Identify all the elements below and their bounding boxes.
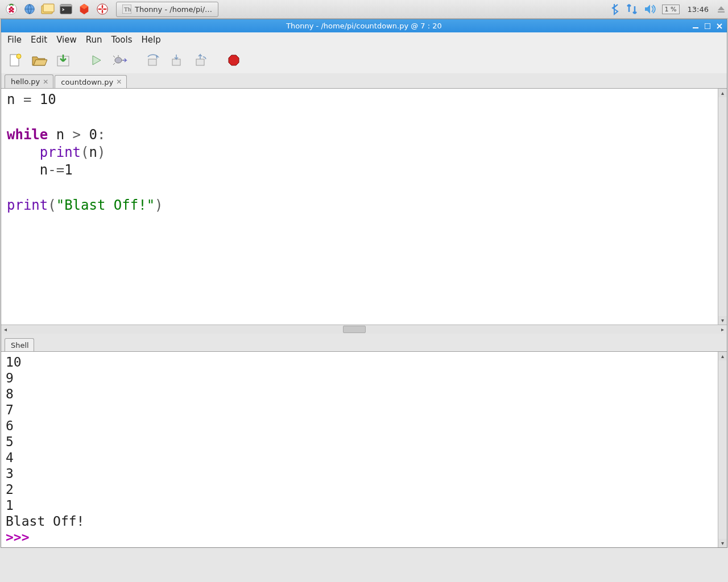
window-maximize-icon[interactable] [703,22,712,30]
window-close-icon[interactable] [715,22,723,30]
save-button[interactable] [55,52,72,69]
menu-file[interactable]: File [3,34,26,46]
shell-tab-label: Shell [11,341,29,350]
close-tab-icon[interactable]: ✕ [116,78,122,86]
tab-label: countdown.py [61,78,113,86]
shell-tab-bar: Shell [1,337,727,351]
svg-rect-26 [196,59,204,65]
wolfram-icon[interactable] [93,1,111,17]
eject-icon[interactable] [717,5,726,14]
svg-point-5 [9,11,11,13]
svg-point-0 [6,4,16,14]
cpu-usage[interactable]: 1 % [662,5,680,14]
open-file-button[interactable] [31,52,48,69]
menu-run[interactable]: Run [82,34,106,46]
new-file-button[interactable] [7,52,24,69]
scroll-down-icon[interactable]: ▾ [718,539,727,547]
svg-marker-27 [229,55,239,65]
svg-rect-24 [148,59,156,65]
window-minimize-icon[interactable] [691,22,700,30]
menu-edit[interactable]: Edit [27,34,51,46]
taskbar-app-thonny[interactable]: Th Thonny - /home/pi/… [116,2,218,17]
editor-horizontal-scrollbar[interactable]: ◂ ▸ [1,325,727,334]
tab-label: hello.py [11,77,40,86]
toolbar [1,47,727,73]
svg-rect-11 [60,5,72,7]
terminal-icon[interactable] [57,1,75,17]
menu-bar: FileEditViewRunToolsHelp [1,32,727,47]
shell-vertical-scrollbar[interactable]: ▴ ▾ [718,352,727,547]
close-tab-icon[interactable]: ✕ [43,78,48,86]
mathematica-icon[interactable] [75,1,93,17]
network-icon[interactable] [626,3,638,15]
svg-point-3 [10,6,13,9]
svg-rect-9 [43,4,54,12]
step-into-button[interactable] [168,52,185,69]
svg-point-21 [16,54,21,59]
volume-icon[interactable] [644,3,656,15]
shell-output[interactable]: 10987654321Blast Off!>>> [1,352,718,547]
scroll-down-icon[interactable]: ▾ [718,316,727,325]
scroll-up-icon[interactable]: ▴ [718,352,727,360]
bluetooth-icon[interactable] [610,3,620,15]
svg-point-23 [115,57,122,63]
stop-button[interactable] [225,52,242,69]
svg-rect-18 [693,27,698,28]
shell-tab[interactable]: Shell [5,338,34,352]
scroll-up-icon[interactable]: ▴ [718,89,727,97]
os-taskbar: Th Thonny - /home/pi/… 1 % 13:46 [0,0,728,19]
svg-rect-19 [705,23,710,29]
menu-help[interactable]: Help [138,34,165,46]
thonny-window: Thonny - /home/pi/countdown.py @ 7 : 20 … [1,19,727,548]
raspberry-menu-icon[interactable] [2,1,20,17]
scroll-left-icon[interactable]: ◂ [1,325,10,334]
scroll-thumb[interactable] [343,326,366,333]
menu-tools[interactable]: Tools [107,34,136,46]
shell-pane: Shell 10987654321Blast Off!>>> ▴ ▾ [1,337,727,547]
scroll-right-icon[interactable]: ▸ [718,325,727,334]
step-over-button[interactable] [144,52,162,69]
run-button[interactable] [88,52,105,69]
svg-rect-25 [172,59,180,65]
editor-tab-countdown-py[interactable]: countdown.py✕ [55,75,127,89]
file-manager-icon[interactable] [39,1,57,17]
editor-vertical-scrollbar[interactable]: ▴ ▾ [718,89,727,325]
step-out-button[interactable] [192,52,209,69]
system-tray: 1 % 13:46 [610,3,726,15]
svg-point-6 [12,11,14,13]
menu-view[interactable]: View [52,34,81,46]
web-browser-icon[interactable] [20,1,39,17]
window-title: Thonny - /home/pi/countdown.py @ 7 : 20 [1,22,727,30]
editor-tab-bar: hello.py✕countdown.py✕ [1,73,727,88]
taskbar-app-label: Thonny - /home/pi/… [135,5,212,14]
debug-button[interactable] [111,52,129,69]
shell-prompt: >>> [6,530,37,544]
code-editor[interactable]: n = 10 while n > 0: print(n) n-=1 print(… [1,89,718,325]
window-titlebar[interactable]: Thonny - /home/pi/countdown.py @ 7 : 20 [1,19,727,32]
clock[interactable]: 13:46 [688,5,709,14]
editor-pane: n = 10 while n > 0: print(n) n-=1 print(… [1,88,727,325]
editor-tab-hello-py[interactable]: hello.py✕ [5,74,53,88]
svg-rect-17 [718,11,725,13]
svg-text:Th: Th [124,6,131,13]
